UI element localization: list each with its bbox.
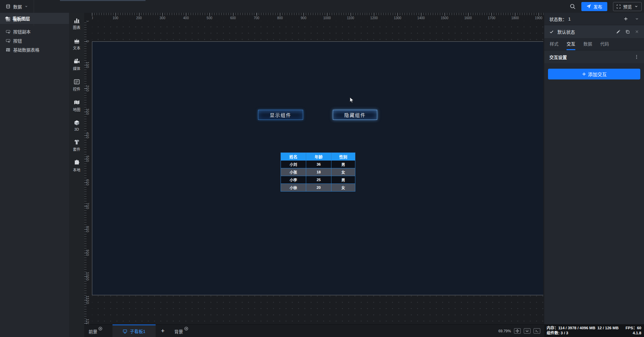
zoom-level[interactable]: 69.79%: [498, 329, 511, 333]
fps-stats: FPS：60: [625, 326, 641, 331]
palette-item-2[interactable]: 媒体: [73, 58, 80, 71]
palette-item-6[interactable]: 套件: [73, 139, 80, 152]
ruler-label: 800: [86, 226, 89, 233]
canvas-toolbar-right: 69.79%: [498, 328, 544, 334]
tab-0[interactable]: 样式: [550, 38, 558, 50]
component-palette: 图表文本媒体控件地图3D套件本地: [69, 13, 84, 337]
data-table[interactable]: 姓名年龄性别小刘36男小张18女小李25男小徐20女: [281, 153, 355, 192]
canvas-button-label: 显示组件: [270, 111, 291, 118]
ruler-corner: [84, 13, 92, 21]
ruler-label: 500: [86, 156, 89, 162]
editor-window: 项目数据操作 发布 预览: [0, 0, 644, 337]
ruler-label: 900: [86, 249, 89, 256]
state-row-default[interactable]: 默认状态: [544, 25, 644, 38]
palette-item-7[interactable]: 本地: [73, 159, 80, 172]
ruler-label: 900: [301, 16, 307, 20]
background-label: 背景: [174, 328, 183, 335]
ruler-label: 600: [230, 16, 236, 20]
ruler-label: 600: [86, 179, 89, 186]
layer-item[interactable]: 按钮: [0, 36, 69, 45]
palette-item-label: 文本: [73, 45, 80, 50]
plus-circle-icon[interactable]: [98, 327, 102, 331]
table-cell: 18: [306, 168, 331, 176]
terminal-icon[interactable]: [534, 328, 540, 334]
top-menu-bar: 项目数据操作 发布 预览: [0, 0, 644, 13]
palette-item-1[interactable]: 文本: [73, 37, 80, 50]
menu-label: 操作: [13, 16, 22, 23]
fullscreen-icon: [616, 4, 621, 9]
foreground-button[interactable]: 前景: [84, 328, 107, 335]
close-icon[interactable]: [635, 30, 639, 34]
add-board-button[interactable]: +: [156, 328, 170, 334]
add-interaction-label: 添加交互: [588, 71, 607, 77]
table-icon: [6, 47, 10, 52]
plus-circle-icon[interactable]: [184, 327, 188, 331]
keyboard-shortcuts-icon[interactable]: [524, 328, 530, 334]
ruler-label: 400: [183, 16, 189, 20]
board-icon: [123, 329, 127, 334]
ruler-tick: [233, 13, 233, 16]
palette-item-0[interactable]: 图表: [73, 17, 80, 30]
component-count: 组件数: 3 / 3: [547, 331, 568, 336]
publish-button[interactable]: 发布: [581, 2, 607, 11]
cube-icon: [73, 120, 80, 126]
layer-item[interactable]: 按钮副本: [0, 27, 69, 36]
palette-item-label: 地图: [73, 107, 80, 112]
vertical-ruler: -100010020030040050060070080090010001100…: [84, 21, 92, 324]
ruler-label: 300: [160, 16, 165, 20]
layers-panel: 看板图层 按钮副本按钮基础数据表格: [0, 13, 69, 337]
ruler-tick: [515, 13, 515, 16]
ruler-tick: [210, 13, 210, 16]
tab-3[interactable]: 代码: [600, 38, 609, 50]
ruler-tick: [92, 13, 92, 16]
palette-item-label: 3D: [74, 127, 79, 131]
ruler-tick: [468, 13, 469, 16]
table-cell: 20: [306, 184, 331, 191]
tab-2[interactable]: 数据: [583, 38, 592, 50]
fit-view-icon[interactable]: [514, 328, 521, 334]
canvas-button-label: 隐藏组件: [344, 111, 366, 118]
palette-item-3[interactable]: 控件: [73, 78, 80, 92]
canvas-button-show[interactable]: 显示组件: [258, 110, 303, 120]
palette-item-5[interactable]: 3D: [73, 120, 80, 131]
add-interaction-button[interactable]: 添加交互: [548, 69, 640, 79]
states-label: 状态数：: [549, 16, 567, 22]
layer-item[interactable]: 基础数据表格: [0, 45, 69, 54]
copy-icon[interactable]: [625, 30, 630, 34]
table-cell: 小李: [281, 176, 306, 183]
canvas-button-hide[interactable]: 隐藏组件: [333, 110, 377, 120]
status-bar: 内存：114 / 3978 / 4096 MB 12 / 126 MB FPS：…: [544, 324, 644, 337]
memory-stats: 内存：114 / 3978 / 4096 MB 12 / 126 MB: [547, 326, 619, 331]
ruler-label: 700: [86, 203, 89, 209]
tab-subboard-1[interactable]: 子看板1: [112, 325, 156, 337]
ruler-tick: [445, 13, 445, 16]
media-icon: [73, 58, 80, 65]
preview-button[interactable]: 预览: [613, 2, 642, 11]
table-cell: 36: [306, 161, 331, 168]
ruler-label: 800: [277, 16, 283, 20]
palette-item-4[interactable]: 地图: [73, 99, 80, 112]
tab-1[interactable]: 交互: [567, 38, 575, 50]
foreground-label: 前景: [89, 328, 97, 335]
ruler-label: 1800: [511, 16, 519, 20]
version-number: 4.1.8: [633, 331, 641, 336]
ruler-label: 1500: [441, 16, 448, 20]
ruler-tick: [303, 13, 304, 16]
edit-icon[interactable]: [616, 30, 620, 34]
table-cell: 小张: [281, 168, 306, 176]
background-button[interactable]: 背景: [170, 328, 193, 335]
menu-group: 项目数据操作: [0, 0, 34, 26]
ruler-tick: [374, 13, 374, 16]
design-canvas[interactable]: 0100200300400500600700800900100011001200…: [84, 13, 544, 324]
table-cell: 小刘: [281, 161, 306, 168]
chevron-down-icon[interactable]: [635, 17, 639, 21]
kebab-menu-icon[interactable]: [634, 55, 639, 59]
ruler-tick: [116, 13, 116, 16]
menu-operation[interactable]: 操作: [0, 13, 34, 26]
menu-data[interactable]: 数据: [0, 0, 34, 13]
ruler-label: 700: [254, 16, 259, 20]
layer-list: 按钮副本按钮基础数据表格: [0, 24, 69, 54]
search-icon[interactable]: [570, 3, 576, 9]
add-state-icon[interactable]: [623, 16, 628, 21]
ruler-label: 200: [86, 85, 89, 92]
